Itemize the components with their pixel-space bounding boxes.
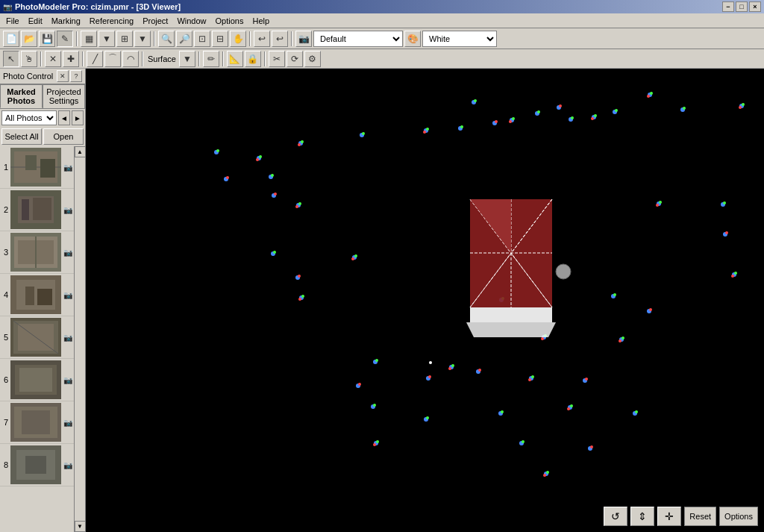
tables-button[interactable]: ▦ — [81, 31, 97, 47]
mark-button[interactable]: ✎ — [57, 31, 73, 47]
select-photo-tool[interactable]: 🖱 — [21, 51, 37, 67]
measure-tool[interactable]: 📐 — [227, 51, 243, 67]
transform-tool[interactable]: ⟳ — [286, 51, 303, 67]
tab-marked-photos[interactable]: MarkedPhotos — [0, 84, 43, 108]
close-button[interactable]: × — [749, 1, 761, 12]
svg-point-69 — [226, 176, 229, 179]
list-item[interactable]: 6 📷 — [0, 359, 74, 401]
menu-edit[interactable]: Edit — [24, 15, 47, 27]
delete-tool[interactable]: ✕ — [45, 51, 61, 67]
separator-3 — [249, 31, 251, 46]
svg-point-86 — [298, 275, 301, 278]
panel-help-button[interactable]: ? — [70, 70, 82, 82]
pan-viewer-button[interactable]: ✛ — [657, 507, 681, 526]
svg-point-88 — [301, 295, 304, 298]
rotate-button[interactable]: ↺ — [604, 507, 627, 526]
new-button[interactable]: 📄 — [3, 31, 19, 47]
zoom-fit-button[interactable]: ⊡ — [194, 31, 210, 47]
settings-tool[interactable]: ⚙ — [304, 51, 321, 67]
camera-icon: 📷 — [63, 291, 72, 299]
restore-button[interactable]: □ — [736, 1, 748, 12]
list-item[interactable]: 3 📷 — [0, 231, 74, 274]
lock-tool[interactable]: 🔒 — [245, 51, 261, 67]
svg-point-59 — [650, 92, 653, 95]
svg-rect-8 — [33, 198, 51, 220]
reset-button[interactable]: Reset — [684, 507, 716, 526]
window-controls: − □ × — [722, 1, 761, 12]
line-tool[interactable]: ╱ — [87, 51, 103, 67]
tab-projected-settings[interactable]: ProjectedSettings — [43, 84, 85, 108]
menu-project[interactable]: Project — [138, 15, 172, 27]
menu-referencing[interactable]: Referencing — [85, 15, 138, 27]
zoom-box-button[interactable]: ⊟ — [212, 31, 228, 47]
surface-dropdown[interactable]: ▼ — [179, 51, 195, 67]
view-drop[interactable]: ▼ — [134, 31, 151, 47]
surface-label: Surface — [146, 54, 178, 63]
svg-point-93 — [358, 383, 361, 386]
svg-marker-162 — [466, 322, 556, 337]
toolbar-main: 📄 📂 💾 ✎ ▦ ▼ ⊞ ▼ 🔍 🔎 ⊡ ⊟ ✋ ↩ ↩ 📷 Default … — [0, 28, 764, 49]
tables-drop[interactable]: ▼ — [98, 31, 115, 47]
svg-rect-7 — [22, 199, 29, 220]
pan-button[interactable]: ✋ — [230, 31, 246, 47]
svg-point-74 — [271, 174, 274, 177]
open-button-photo[interactable]: Open — [43, 128, 84, 145]
photo-thumbnail — [10, 445, 61, 484]
zoom-out-button[interactable]: 🔎 — [176, 31, 192, 47]
photo-list-container: 1 📷 2 📷 — [0, 146, 85, 532]
menu-file[interactable]: File — [1, 15, 24, 27]
separator-7 — [142, 51, 143, 66]
photo-thumbnail — [10, 148, 61, 187]
svg-point-123 — [613, 293, 616, 296]
filter-next-button[interactable]: ► — [72, 110, 84, 125]
open-button[interactable]: 📂 — [21, 31, 37, 47]
svg-point-43 — [495, 120, 498, 123]
menu-window[interactable]: Window — [172, 15, 210, 27]
list-item[interactable]: 8 📷 — [0, 444, 74, 486]
list-item[interactable]: 5 📷 — [0, 316, 74, 359]
photo-filter-dropdown[interactable]: All Photos Marked Unmarked — [1, 110, 57, 125]
list-item[interactable]: 1 📷 — [0, 146, 74, 189]
toolbar-tools: ↖ 🖱 ✕ ✚ ╱ ⌒ ◠ Surface ▼ ✏ 📐 🔒 ✂ ⟳ ⚙ — [0, 49, 764, 69]
3d-viewer[interactable]: ↺ ⇕ ✛ Reset Options — [86, 69, 764, 532]
menu-marking[interactable]: Marking — [47, 15, 85, 27]
photo-thumbnail — [10, 403, 61, 442]
svg-point-120 — [621, 337, 624, 339]
svg-point-64 — [742, 103, 745, 106]
curve-tool[interactable]: ⌒ — [104, 51, 121, 67]
options-button[interactable]: Options — [719, 507, 758, 526]
list-item[interactable]: 4 📷 — [0, 274, 74, 316]
separator-9 — [222, 51, 224, 66]
scroll-down-arrow[interactable]: ▼ — [75, 521, 86, 532]
add-point-tool[interactable]: ✚ — [63, 51, 79, 67]
svg-point-141 — [659, 201, 662, 204]
select-all-button[interactable]: Select All — [1, 128, 42, 145]
arc-tool[interactable]: ◠ — [122, 51, 139, 67]
filter-prev-button[interactable]: ◄ — [58, 110, 70, 125]
menu-help[interactable]: Help — [248, 15, 274, 27]
svg-point-160 — [556, 264, 571, 279]
pencil-tool[interactable]: ✏ — [203, 51, 219, 67]
photo-list-scrollbar[interactable]: ▲ ▼ — [74, 146, 85, 532]
photo-thumbnail — [10, 360, 61, 399]
scroll-up-arrow[interactable]: ▲ — [75, 146, 86, 157]
cut-tool[interactable]: ✂ — [269, 51, 285, 67]
menu-options[interactable]: Options — [211, 15, 248, 27]
zoom-viewer-button[interactable]: ⇕ — [630, 507, 654, 526]
separator-8 — [198, 51, 200, 66]
bg-color-dropdown[interactable]: White Black Gray — [422, 31, 497, 47]
svg-point-46 — [509, 120, 512, 123]
render-mode-dropdown[interactable]: Default Wireframe Solid — [313, 31, 403, 47]
save-button[interactable]: 💾 — [39, 31, 55, 47]
undo-button[interactable]: ↩ — [254, 31, 270, 47]
list-item[interactable]: 7 📷 — [0, 401, 74, 444]
select-tool[interactable]: ↖ — [3, 51, 19, 67]
redo-button[interactable]: ↩ — [272, 31, 288, 47]
view-button[interactable]: ⊞ — [116, 31, 133, 47]
zoom-in-button[interactable]: 🔍 — [158, 31, 175, 47]
minimize-button[interactable]: − — [722, 1, 734, 12]
panel-close-button[interactable]: ✕ — [57, 70, 69, 82]
photo-list: 1 📷 2 📷 — [0, 146, 74, 532]
list-item[interactable]: 2 📷 — [0, 189, 74, 231]
photo-control-header: Photo Control ✕ ? — [0, 69, 85, 84]
